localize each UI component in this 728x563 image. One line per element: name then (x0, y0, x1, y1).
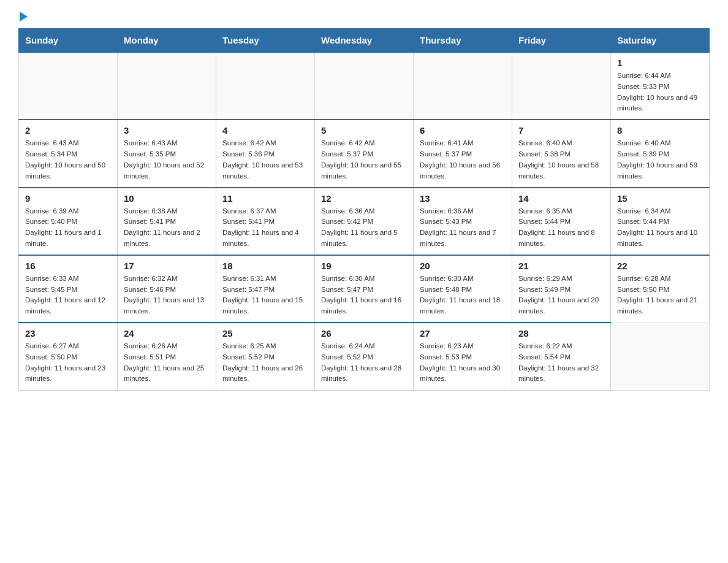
day-info: Sunrise: 6:25 AM Sunset: 5:52 PM Dayligh… (222, 341, 308, 385)
day-number: 25 (222, 328, 308, 339)
calendar-week-row: 23Sunrise: 6:27 AM Sunset: 5:50 PM Dayli… (19, 323, 710, 390)
calendar-day-cell: 14Sunrise: 6:35 AM Sunset: 5:44 PM Dayli… (512, 188, 611, 255)
day-of-week-header: Sunday (19, 29, 118, 53)
day-info: Sunrise: 6:26 AM Sunset: 5:51 PM Dayligh… (124, 341, 210, 385)
day-number: 7 (518, 125, 604, 136)
day-info: Sunrise: 6:27 AM Sunset: 5:50 PM Dayligh… (25, 341, 111, 385)
day-number: 22 (617, 261, 703, 271)
calendar-day-cell: 24Sunrise: 6:26 AM Sunset: 5:51 PM Dayli… (118, 323, 216, 390)
day-info: Sunrise: 6:44 AM Sunset: 5:33 PM Dayligh… (617, 71, 703, 114)
day-number: 12 (321, 193, 407, 204)
calendar-day-cell: 6Sunrise: 6:41 AM Sunset: 5:37 PM Daylig… (414, 120, 512, 187)
day-info: Sunrise: 6:36 AM Sunset: 5:42 PM Dayligh… (321, 206, 407, 250)
calendar-day-cell: 5Sunrise: 6:42 AM Sunset: 5:37 PM Daylig… (315, 120, 414, 187)
calendar-day-cell (512, 52, 611, 120)
calendar-day-cell: 19Sunrise: 6:30 AM Sunset: 5:47 PM Dayli… (315, 255, 414, 323)
day-of-week-header: Friday (512, 29, 611, 53)
day-of-week-header: Wednesday (315, 29, 414, 53)
day-number: 20 (420, 261, 506, 271)
calendar-day-cell: 26Sunrise: 6:24 AM Sunset: 5:52 PM Dayli… (315, 323, 414, 390)
calendar-day-cell: 3Sunrise: 6:43 AM Sunset: 5:35 PM Daylig… (118, 120, 216, 187)
calendar-day-cell (118, 52, 216, 120)
day-number: 26 (321, 328, 407, 339)
calendar-day-cell: 8Sunrise: 6:40 AM Sunset: 5:39 PM Daylig… (611, 120, 710, 187)
calendar-week-row: 2Sunrise: 6:43 AM Sunset: 5:34 PM Daylig… (19, 120, 710, 187)
calendar-day-cell (19, 52, 118, 120)
calendar-day-cell: 7Sunrise: 6:40 AM Sunset: 5:38 PM Daylig… (512, 120, 611, 187)
calendar-week-row: 16Sunrise: 6:33 AM Sunset: 5:45 PM Dayli… (19, 255, 710, 323)
calendar-day-cell: 2Sunrise: 6:43 AM Sunset: 5:34 PM Daylig… (19, 120, 118, 187)
day-info: Sunrise: 6:30 AM Sunset: 5:48 PM Dayligh… (420, 274, 506, 317)
calendar-table: SundayMondayTuesdayWednesdayThursdayFrid… (18, 28, 710, 391)
day-number: 14 (518, 193, 604, 204)
day-info: Sunrise: 6:39 AM Sunset: 5:40 PM Dayligh… (25, 206, 111, 250)
day-number: 4 (222, 125, 308, 136)
day-number: 6 (420, 125, 506, 136)
day-info: Sunrise: 6:29 AM Sunset: 5:49 PM Dayligh… (518, 274, 604, 317)
logo-triangle-icon (20, 12, 28, 21)
calendar-day-cell: 18Sunrise: 6:31 AM Sunset: 5:47 PM Dayli… (216, 255, 315, 323)
calendar-day-cell (216, 52, 315, 120)
day-number: 8 (617, 125, 703, 136)
day-number: 18 (222, 261, 308, 271)
day-number: 2 (25, 125, 111, 136)
calendar-day-cell: 28Sunrise: 6:22 AM Sunset: 5:54 PM Dayli… (512, 323, 611, 390)
day-of-week-header: Saturday (611, 29, 710, 53)
day-number: 16 (25, 261, 111, 271)
day-of-week-header: Monday (118, 29, 216, 53)
day-info: Sunrise: 6:32 AM Sunset: 5:46 PM Dayligh… (124, 274, 210, 317)
day-number: 23 (25, 328, 111, 339)
day-of-week-header: Tuesday (216, 29, 315, 53)
day-number: 15 (617, 193, 703, 204)
page-header (18, 12, 710, 22)
day-info: Sunrise: 6:43 AM Sunset: 5:35 PM Dayligh… (124, 138, 210, 182)
day-info: Sunrise: 6:43 AM Sunset: 5:34 PM Dayligh… (25, 138, 111, 182)
day-info: Sunrise: 6:36 AM Sunset: 5:43 PM Dayligh… (420, 206, 506, 250)
days-of-week-row: SundayMondayTuesdayWednesdayThursdayFrid… (19, 29, 710, 53)
day-number: 1 (617, 58, 703, 68)
calendar-week-row: 9Sunrise: 6:39 AM Sunset: 5:40 PM Daylig… (19, 188, 710, 255)
day-info: Sunrise: 6:22 AM Sunset: 5:54 PM Dayligh… (518, 341, 604, 385)
calendar-day-cell: 25Sunrise: 6:25 AM Sunset: 5:52 PM Dayli… (216, 323, 315, 390)
day-info: Sunrise: 6:34 AM Sunset: 5:44 PM Dayligh… (617, 206, 703, 250)
calendar-day-cell: 23Sunrise: 6:27 AM Sunset: 5:50 PM Dayli… (19, 323, 118, 390)
calendar-week-row: 1Sunrise: 6:44 AM Sunset: 5:33 PM Daylig… (19, 52, 710, 120)
day-info: Sunrise: 6:24 AM Sunset: 5:52 PM Dayligh… (321, 341, 407, 385)
calendar-day-cell: 27Sunrise: 6:23 AM Sunset: 5:53 PM Dayli… (414, 323, 512, 390)
day-info: Sunrise: 6:42 AM Sunset: 5:37 PM Dayligh… (321, 138, 407, 182)
day-info: Sunrise: 6:40 AM Sunset: 5:39 PM Dayligh… (617, 138, 703, 182)
day-info: Sunrise: 6:38 AM Sunset: 5:41 PM Dayligh… (124, 206, 210, 250)
calendar-day-cell: 10Sunrise: 6:38 AM Sunset: 5:41 PM Dayli… (118, 188, 216, 255)
day-number: 17 (124, 261, 210, 271)
calendar-day-cell: 20Sunrise: 6:30 AM Sunset: 5:48 PM Dayli… (414, 255, 512, 323)
day-number: 19 (321, 261, 407, 271)
calendar-day-cell: 13Sunrise: 6:36 AM Sunset: 5:43 PM Dayli… (414, 188, 512, 255)
calendar-day-cell: 4Sunrise: 6:42 AM Sunset: 5:36 PM Daylig… (216, 120, 315, 187)
calendar-day-cell: 1Sunrise: 6:44 AM Sunset: 5:33 PM Daylig… (611, 52, 710, 120)
day-info: Sunrise: 6:37 AM Sunset: 5:41 PM Dayligh… (222, 206, 308, 250)
calendar-body: 1Sunrise: 6:44 AM Sunset: 5:33 PM Daylig… (19, 52, 710, 390)
day-number: 5 (321, 125, 407, 136)
calendar-day-cell: 15Sunrise: 6:34 AM Sunset: 5:44 PM Dayli… (611, 188, 710, 255)
day-number: 24 (124, 328, 210, 339)
day-number: 21 (518, 261, 604, 271)
day-info: Sunrise: 6:30 AM Sunset: 5:47 PM Dayligh… (321, 274, 407, 317)
day-info: Sunrise: 6:40 AM Sunset: 5:38 PM Dayligh… (518, 138, 604, 182)
day-number: 11 (222, 193, 308, 204)
day-info: Sunrise: 6:42 AM Sunset: 5:36 PM Dayligh… (222, 138, 308, 182)
day-of-week-header: Thursday (414, 29, 512, 53)
calendar-day-cell: 9Sunrise: 6:39 AM Sunset: 5:40 PM Daylig… (19, 188, 118, 255)
calendar-day-cell: 21Sunrise: 6:29 AM Sunset: 5:49 PM Dayli… (512, 255, 611, 323)
logo (18, 12, 28, 22)
day-info: Sunrise: 6:23 AM Sunset: 5:53 PM Dayligh… (420, 341, 506, 385)
calendar-day-cell: 16Sunrise: 6:33 AM Sunset: 5:45 PM Dayli… (19, 255, 118, 323)
day-number: 13 (420, 193, 506, 204)
day-number: 27 (420, 328, 506, 339)
day-info: Sunrise: 6:41 AM Sunset: 5:37 PM Dayligh… (420, 138, 506, 182)
calendar-day-cell: 22Sunrise: 6:28 AM Sunset: 5:50 PM Dayli… (611, 255, 710, 323)
day-number: 10 (124, 193, 210, 204)
calendar-day-cell: 11Sunrise: 6:37 AM Sunset: 5:41 PM Dayli… (216, 188, 315, 255)
calendar-day-cell (611, 323, 710, 390)
day-info: Sunrise: 6:28 AM Sunset: 5:50 PM Dayligh… (617, 274, 703, 317)
day-number: 3 (124, 125, 210, 136)
